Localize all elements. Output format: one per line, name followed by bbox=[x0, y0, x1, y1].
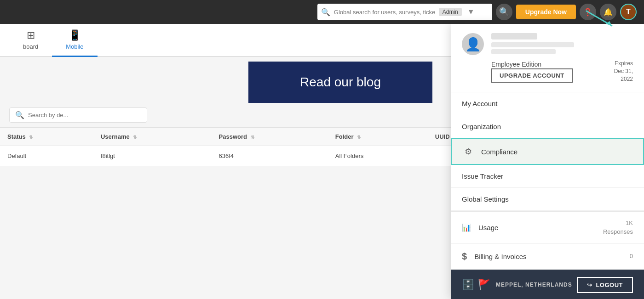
menu-item-issue-tracker[interactable]: Issue Tracker bbox=[451, 165, 644, 188]
usage-value: 1K Responses bbox=[603, 219, 633, 236]
logout-label: LOGOUT bbox=[596, 282, 623, 288]
col-username-label: Username bbox=[101, 133, 130, 140]
blog-banner: Read our blog bbox=[248, 62, 432, 103]
edition-section: Employee Edition UPGRADE ACCOUNT Expires… bbox=[491, 60, 633, 83]
cell-password: 636f4 bbox=[212, 146, 328, 166]
usage-chart-icon: 📊 bbox=[462, 223, 471, 232]
tab-mobile[interactable]: 📱 Mobile bbox=[52, 24, 97, 57]
expires-label: Expires bbox=[615, 60, 633, 67]
col-password[interactable]: Password ⇅ bbox=[212, 128, 328, 146]
database-icon: 🗄️ bbox=[462, 279, 474, 291]
expires-info: Expires Dec 31, 2022 bbox=[605, 60, 633, 83]
search-circle-button[interactable]: 🔍 bbox=[496, 4, 512, 20]
upgrade-now-button[interactable]: Upgrade Now bbox=[516, 5, 576, 19]
svg-marker-1 bbox=[606, 21, 612, 26]
tab-mobile-label: Mobile bbox=[66, 43, 83, 50]
teal-arrow-indicator bbox=[582, 6, 619, 29]
location-text: MEPPEL, NETHERLANDS bbox=[496, 282, 572, 288]
usage-label: Usage bbox=[478, 224, 596, 231]
usage-row[interactable]: 📊 Usage 1K Responses bbox=[451, 211, 644, 243]
issue-tracker-label: Issue Tracker bbox=[462, 172, 633, 180]
search-dropdown-arrow[interactable]: ▼ bbox=[466, 8, 477, 16]
user-info-section: 👤 Employee Edition UPGRADE ACCOUNT Expir… bbox=[451, 24, 644, 92]
menu-item-compliance[interactable]: ⚙ Compliance bbox=[451, 138, 644, 165]
cell-status: Default bbox=[0, 146, 93, 166]
menu-item-organization[interactable]: Organization bbox=[451, 115, 644, 138]
search-icon: 🔍 bbox=[321, 8, 330, 17]
billing-value: 0 bbox=[630, 252, 633, 260]
search-input[interactable] bbox=[334, 9, 435, 16]
user-person-icon: 👤 bbox=[465, 37, 481, 52]
col-uuid-label: UUID bbox=[435, 133, 450, 140]
location-info: 🗄️ 🚩 MEPPEL, NETHERLANDS bbox=[462, 279, 572, 291]
col-password-label: Password bbox=[219, 133, 247, 140]
menu-item-my-account[interactable]: My Account bbox=[451, 92, 644, 115]
cell-username: f8itlgt bbox=[93, 146, 212, 166]
col-status-label: Status bbox=[7, 133, 26, 140]
global-search-bar[interactable]: 🔍 Admin ▼ bbox=[317, 4, 492, 20]
user-email-blurred bbox=[491, 42, 574, 47]
tab-board-label: board bbox=[23, 43, 38, 50]
board-icon: ⊞ bbox=[27, 29, 35, 41]
edition-info: Employee Edition UPGRADE ACCOUNT bbox=[491, 60, 605, 83]
col-status[interactable]: Status ⇅ bbox=[0, 128, 93, 146]
expires-date: Dec 31, 2022 bbox=[614, 68, 633, 82]
compliance-gear-icon: ⚙ bbox=[463, 147, 474, 157]
col-folder-label: Folder bbox=[335, 133, 354, 140]
flag-icon: 🚩 bbox=[478, 279, 490, 291]
mobile-icon: 📱 bbox=[69, 29, 81, 41]
table-search-bar[interactable]: 🔍 bbox=[9, 107, 147, 123]
table-search-icon: 🔍 bbox=[15, 111, 24, 119]
navbar: 🔍 Admin ▼ 🔍 Upgrade Now ❓ 🔔 T bbox=[0, 0, 644, 24]
menu-section: My Account Organization ⚙ Compliance Iss… bbox=[451, 92, 644, 211]
blog-banner-text: Read our blog bbox=[300, 75, 381, 90]
admin-badge: Admin bbox=[439, 8, 462, 16]
edition-label: Employee Edition bbox=[491, 61, 541, 68]
col-username[interactable]: Username ⇅ bbox=[93, 128, 212, 146]
user-id-blurred bbox=[491, 49, 556, 54]
logout-icon: ↪ bbox=[587, 282, 592, 288]
upgrade-account-button[interactable]: UPGRADE ACCOUNT bbox=[491, 68, 573, 83]
billing-dollar-icon: $ bbox=[462, 251, 467, 262]
user-dropdown-panel: 👤 Employee Edition UPGRADE ACCOUNT Expir… bbox=[451, 24, 644, 299]
col-folder-sort[interactable]: ⇅ bbox=[357, 135, 361, 140]
menu-item-global-settings[interactable]: Global Settings bbox=[451, 188, 644, 211]
billing-label: Billing & Invoices bbox=[474, 253, 622, 260]
location-icons: 🗄️ 🚩 bbox=[462, 279, 490, 291]
user-name-blurred bbox=[491, 33, 537, 39]
usage-sub: Responses bbox=[603, 228, 633, 236]
billing-row[interactable]: $ Billing & Invoices 0 bbox=[451, 244, 644, 270]
tab-board[interactable]: ⊞ board bbox=[9, 24, 52, 57]
table-search-input[interactable] bbox=[28, 112, 138, 118]
user-details: Employee Edition UPGRADE ACCOUNT Expires… bbox=[491, 33, 633, 83]
main-content: ⊞ board 📱 Mobile Read our blog 🔍 bbox=[0, 24, 644, 299]
col-status-sort[interactable]: ⇅ bbox=[29, 135, 33, 140]
global-settings-label: Global Settings bbox=[462, 195, 633, 203]
logout-button[interactable]: ↪ LOGOUT bbox=[577, 277, 633, 293]
col-folder[interactable]: Folder ⇅ bbox=[328, 128, 428, 146]
compliance-label: Compliance bbox=[481, 148, 632, 156]
dropdown-footer: 🗄️ 🚩 MEPPEL, NETHERLANDS ↪ LOGOUT bbox=[451, 270, 644, 299]
col-username-sort[interactable]: ⇅ bbox=[133, 135, 137, 140]
usage-count: 1K bbox=[603, 219, 633, 227]
cell-folder: All Folders bbox=[328, 146, 428, 166]
user-avatar-button[interactable]: T bbox=[620, 4, 637, 20]
my-account-label: My Account bbox=[462, 100, 633, 107]
user-avatar-large: 👤 bbox=[462, 33, 484, 55]
organization-label: Organization bbox=[462, 123, 633, 130]
col-password-sort[interactable]: ⇅ bbox=[251, 135, 254, 140]
